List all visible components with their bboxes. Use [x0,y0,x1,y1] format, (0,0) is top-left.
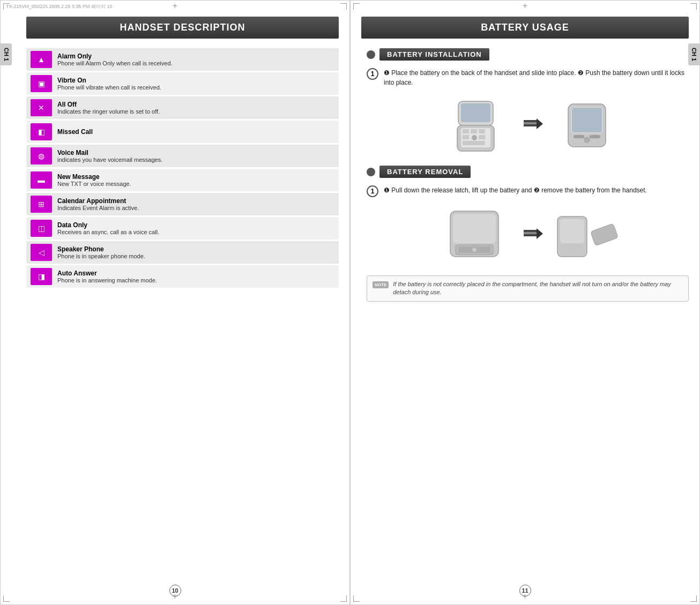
corner-br [340,595,347,602]
svg-rect-27 [524,232,537,234]
svg-rect-8 [463,135,469,139]
icon-title: Calendar Appointment [57,197,139,205]
remove-phone-images [367,206,689,265]
icon-desc: New TXT or voice message. [57,181,131,187]
icon-title: Voice Mail [57,149,162,156]
install-phone-before [437,96,512,155]
icon-title: Data Only [57,221,159,229]
icon-row: ✕All OffIndicates the ringer volume is s… [26,96,339,119]
remove-phone-after [555,206,619,265]
icon-text: Data OnlyReceives an async. call as a vo… [57,221,159,235]
icon-row: ▬New MessageNew TXT or voice message. [26,169,339,191]
battery-dot-install [367,50,375,59]
icon-title: Alarm Only [57,53,173,60]
icon-text: Alarm OnlyPhone will Alarm Only when cal… [57,53,173,66]
install-step-circle: 1 [367,68,378,80]
icon-desc: Phone will Alarm Only when call is recei… [57,60,173,66]
battery-installation-header: BATTERY INSTALLATION [367,48,689,61]
install-step1-circle: ❶ [384,69,391,77]
icon-row: ◁Speaker PhonePhone is in speaker phone … [26,241,339,264]
icon-text: Calendar AppointmentIndicates Event Alar… [57,197,139,211]
icon-title: Missed Call [57,128,93,136]
icon-cell: ▬ [31,171,52,189]
icon-cell: ▲ [31,51,52,68]
right-page: CH 1 BATTERY USAGE BATTERY INSTALLATION … [350,0,700,605]
icon-list: ▲Alarm OnlyPhone will Alarm Only when ca… [26,48,339,288]
battery-dot-remove [367,168,375,176]
icon-title: Speaker Phone [57,245,145,253]
install-phone-images [367,96,689,155]
icon-desc: Phone is in speaker phone mode. [57,253,145,259]
install-step-text: ❶ Place the battery on the back of the h… [384,68,689,87]
install-phone-after [555,96,619,155]
install-step-row: 1 ❶ Place the battery on the back of the… [367,68,689,87]
remove-phone-before [437,206,512,265]
icon-cell: ◨ [31,268,52,285]
svg-rect-12 [524,122,537,124]
svg-rect-17 [572,108,602,132]
icon-row: ▣Vibrte OnPhone will vibrate when call i… [26,72,339,95]
remove-step-row: 1 ❶ Pull down the release latch, lift up… [367,185,689,197]
crosshair-top [170,1,181,11]
icon-text: Speaker PhonePhone is in speaker phone m… [57,245,145,259]
remove-step-circle: 1 [367,185,378,197]
icon-desc: Phone will vibrate when call is received… [57,84,161,91]
remove-step1-circle: ❶ [384,186,391,194]
battery-installation-label: BATTERY INSTALLATION [379,48,489,61]
svg-marker-29 [537,228,543,239]
icon-row: ◨Auto AnswerPhone is in answering machin… [26,265,339,288]
battery-removal-label: BATTERY REMOVAL [379,166,471,178]
svg-rect-11 [524,120,537,122]
corner-br-r [690,595,697,602]
chapter-tab-left: CH 1 [1,43,12,65]
icon-desc: indicates you have voicemail messages. [57,156,162,163]
icon-desc: Receives an async. call as a voice call. [57,229,159,235]
svg-rect-32 [590,223,618,246]
right-page-number: 11 [519,585,531,596]
svg-point-25 [472,248,476,252]
corner-bl [3,595,10,602]
chapter-tab-right: CH 1 [688,43,699,65]
remove-step-text: ❶ Pull down the release latch, lift up t… [384,185,647,195]
svg-marker-14 [537,118,543,129]
svg-rect-13 [524,124,537,126]
corner-tl [3,3,10,10]
battery-removal-section: BATTERY REMOVAL 1 ❶ Pull down the releas… [367,166,689,265]
svg-rect-1 [461,103,490,122]
svg-rect-28 [524,234,537,236]
icon-text: Auto AnswerPhone is in answering machine… [57,270,157,283]
icon-desc: Indicates the ringer volume is set to of… [57,108,160,115]
svg-rect-31 [560,219,584,243]
icon-cell: ⊞ [31,196,52,213]
icon-text: New MessageNew TXT or voice message. [57,173,131,187]
icon-cell: ◍ [31,147,52,165]
icon-title: Vibrte On [57,77,161,84]
corner-bl-r [353,595,360,602]
corner-tl-r [353,3,360,10]
left-page: TX-215VM_050225 2005.2.25 5:35 PM 페이지 10… [0,0,350,605]
corner-tr [340,3,347,10]
svg-rect-20 [590,135,600,138]
svg-point-18 [584,137,590,143]
svg-rect-26 [524,230,537,232]
icon-cell: ◫ [31,220,52,237]
icon-desc: Indicates Event Alarm is active. [57,205,139,211]
remove-step2-circle: ❷ [534,186,541,194]
note-badge: NOTE [373,281,389,288]
svg-rect-7 [479,129,485,133]
icon-row: ▲Alarm OnlyPhone will Alarm Only when ca… [26,48,339,71]
icon-cell: ◁ [31,244,52,261]
icon-cell: ✕ [31,99,52,116]
svg-rect-10 [463,141,485,145]
icon-desc: Phone is in answering machine mode. [57,277,157,283]
icon-title: Auto Answer [57,270,157,277]
icon-row: ⊞Calendar AppointmentIndicates Event Ala… [26,193,339,215]
svg-rect-6 [471,129,477,133]
icon-text: All OffIndicates the ringer volume is se… [57,101,160,115]
corner-tr-r [690,3,697,10]
battery-installation-section: BATTERY INSTALLATION 1 ❶ Place the batte… [367,48,689,155]
svg-rect-9 [479,135,485,139]
install-arrow [523,116,544,136]
icon-row: ◧Missed Call [26,121,339,143]
icon-row: ◍Voice Mailindicates you have voicemail … [26,145,339,167]
